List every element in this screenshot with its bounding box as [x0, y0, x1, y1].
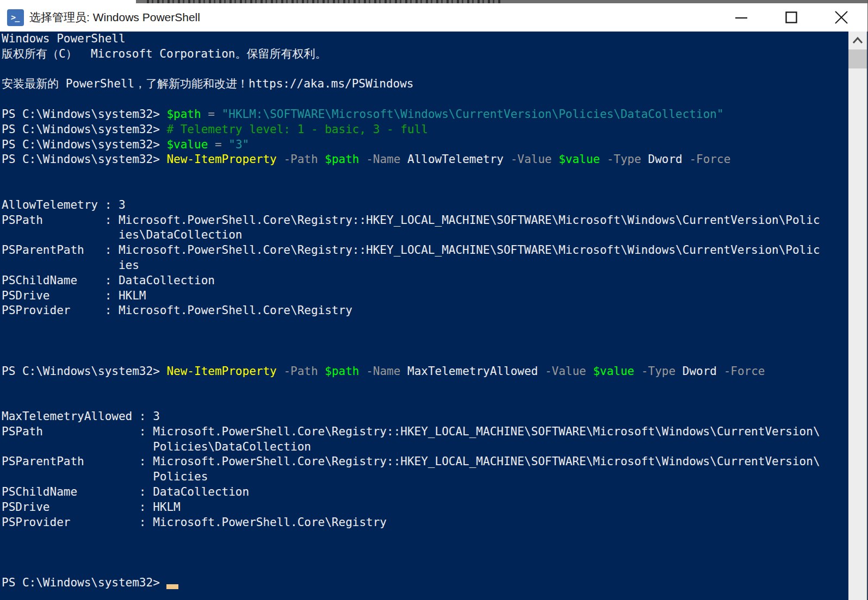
maximize-icon [785, 11, 798, 24]
console-text-segment: -Value [511, 153, 552, 166]
console-text-segment [318, 365, 325, 378]
console-output-area[interactable]: Windows PowerShell版权所有（C） Microsoft Corp… [0, 32, 848, 600]
console-text-segment: PSParentPath : Microsoft.PowerShell.Core… [2, 243, 820, 257]
console-line: Policies [0, 470, 848, 485]
powershell-icon: >_ [7, 9, 24, 26]
console-text-segment: PSPath : Microsoft.PowerShell.Core\Regis… [2, 425, 820, 438]
console-text-segment: "3" [228, 138, 249, 151]
console-line [0, 530, 848, 545]
console-text-segment: 版权所有（C） Microsoft Corporation。保留所有权利。 [2, 47, 326, 60]
console-text-segment: PS C:\Windows\system32> [2, 123, 166, 136]
console-text-segment: = [208, 108, 215, 121]
console-line [0, 349, 848, 364]
console-text-segment [586, 365, 593, 378]
console-text-segment: -Path [283, 365, 318, 378]
console-text-segment: -Name [366, 365, 400, 378]
console-line: ies [0, 258, 848, 273]
console-line: ies\DataCollection [0, 228, 848, 243]
console-text-segment [277, 153, 284, 166]
console-line: MaxTelemetryAllowed : 3 [0, 409, 848, 424]
console-line: PSPath : Microsoft.PowerShell.Core\Regis… [0, 213, 848, 228]
console-line: AllowTelemetry : 3 [0, 198, 848, 213]
console-text-segment: 安装最新的 PowerShell，了解新功能和改进！https://aka.ms… [2, 77, 414, 90]
console-text-segment: $value [559, 153, 600, 166]
console-text-segment: PSPath : Microsoft.PowerShell.Core\Regis… [2, 214, 820, 227]
maximize-button[interactable] [766, 3, 816, 32]
console-text-segment: MaxTelemetryAllowed [400, 365, 545, 378]
console-text-segment [277, 365, 284, 378]
window-title: 选择管理员: Windows PowerShell [29, 10, 200, 25]
scroll-up-button[interactable] [848, 32, 867, 49]
console-text-segment: $path [325, 153, 359, 166]
console-text-segment: PS C:\Windows\system32> [2, 108, 166, 121]
console-text-segment: "HKLM:\SOFTWARE\Microsoft\Windows\Curren… [222, 108, 724, 121]
console-text-segment: -Type [607, 153, 641, 166]
console-text-segment [634, 365, 641, 378]
console-text-segment [201, 108, 208, 121]
console-line [0, 167, 848, 183]
close-button[interactable] [816, 3, 866, 32]
console-line: PSChildName : DataCollection [0, 485, 848, 500]
powershell-window: >_ 选择管理员: Windows PowerShell Window [0, 0, 868, 600]
console-line: PSParentPath : Microsoft.PowerShell.Core… [0, 243, 848, 258]
console-text-segment: Policies [2, 470, 208, 483]
console-text-segment: -Force [689, 153, 730, 166]
console-line: PS C:\Windows\system32> [0, 576, 848, 591]
console-text-segment: = [215, 138, 222, 151]
scrollbar-thumb[interactable] [848, 49, 867, 68]
console-text-segment: ies [2, 259, 139, 272]
scrollbar[interactable] [848, 32, 867, 600]
console-text-segment: PSProvider : Microsoft.PowerShell.Core\R… [2, 516, 387, 529]
console-text-segment: PS C:\Windows\system32> [2, 138, 166, 151]
console-line: PSDrive : HKLM [0, 500, 848, 515]
console-text-segment: Windows PowerShell [2, 32, 126, 45]
console-text-segment: # Telemetry level: 1 - basic, 3 - full [166, 123, 427, 136]
console-line: Windows PowerShell [0, 32, 848, 47]
console-text-segment: PSChildName : DataCollection [2, 485, 249, 498]
console-text-segment: PSDrive : HKLM [2, 501, 181, 514]
powershell-icon-glyph: >_ [11, 14, 21, 22]
console-text-segment [600, 153, 607, 166]
console-line: PS C:\Windows\system32> New-ItemProperty… [0, 152, 848, 167]
console-text-segment: PS C:\Windows\system32> [2, 153, 166, 166]
console-text-segment: -Path [283, 153, 318, 166]
console-text-segment: AllowTelemetry : 3 [2, 198, 126, 211]
console-line [0, 560, 848, 576]
console-line: PSDrive : HKLM [0, 289, 848, 304]
console-line: PS C:\Windows\system32> $path = "HKLM:\S… [0, 107, 848, 122]
console-line [0, 379, 848, 394]
console-line: PSProvider : Microsoft.PowerShell.Core\R… [0, 303, 848, 318]
console-text-segment [359, 365, 366, 378]
close-icon [834, 10, 848, 24]
console-line: Policies\DataCollection [0, 440, 848, 455]
console-text-segment: PSDrive : HKLM [2, 289, 146, 302]
console-text-segment: -Force [724, 365, 765, 378]
console-text-segment: PSParentPath : Microsoft.PowerShell.Core… [2, 455, 820, 468]
console-line [0, 394, 848, 409]
console-text-segment: PS C:\Windows\system32> [2, 365, 166, 378]
chevron-up-icon [851, 36, 864, 45]
console-text-segment: Dword [641, 153, 690, 166]
console-line [0, 318, 848, 334]
console-text-segment: -Name [366, 153, 400, 166]
console-text-segment [222, 138, 229, 151]
console-text-segment: Dword [675, 365, 724, 378]
console-text-segment: New-ItemProperty [166, 153, 276, 166]
console-text-segment [359, 153, 366, 166]
console-text-segment: PS C:\Windows\system32> [2, 576, 166, 589]
console-line: PS C:\Windows\system32> New-ItemProperty… [0, 364, 848, 379]
console-text-segment [208, 138, 215, 151]
console-line: PSProvider : Microsoft.PowerShell.Core\R… [0, 515, 848, 530]
text-cursor [166, 584, 178, 589]
console-line [0, 334, 848, 349]
console-line [0, 92, 848, 107]
console-text-segment [318, 153, 325, 166]
console-text-segment: MaxTelemetryAllowed : 3 [2, 410, 160, 423]
minimize-button[interactable] [716, 3, 766, 32]
console-line: PSParentPath : Microsoft.PowerShell.Core… [0, 454, 848, 470]
window-controls [716, 3, 866, 32]
console-line: PSChildName : DataCollection [0, 273, 848, 289]
minimize-icon [735, 11, 748, 24]
console-text-segment: New-ItemProperty [166, 365, 276, 378]
console-line: 版权所有（C） Microsoft Corporation。保留所有权利。 [0, 47, 848, 62]
